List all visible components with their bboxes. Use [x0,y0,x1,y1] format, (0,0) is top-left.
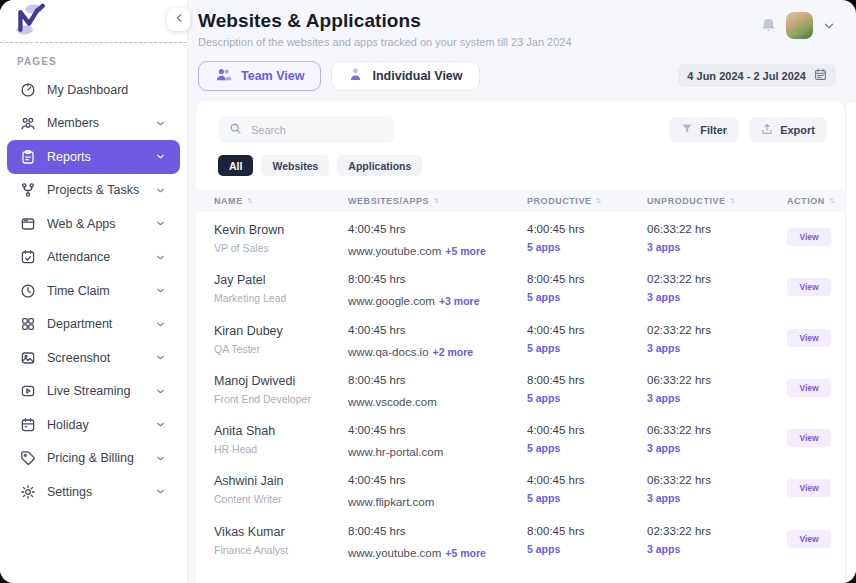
sidebar-item-holiday[interactable]: Holiday [7,408,180,442]
department-icon [20,316,36,332]
productive-hours: 4:00:45 hrs [527,474,647,486]
view-button[interactable]: View [787,530,831,548]
dashboard-icon [20,82,36,98]
pages-section-label: PAGES [0,43,187,71]
tab-all[interactable]: All [218,155,253,176]
filter-button[interactable]: Filter [669,117,739,142]
sort-icon: ↑↓ [247,196,253,205]
report-card: Filter Export All Websites Applications … [196,101,845,583]
productive-cell: 8:00:45 hrs 5 apps [527,525,647,564]
web-hours: 8:00:45 hrs [348,525,527,537]
sidebar-item-web-apps[interactable]: Web & Apps [7,207,180,241]
action-cell: View [787,424,831,463]
vertical-scrollbar[interactable] [845,103,856,583]
employee-role: VP of Sales [214,242,348,254]
employee-name: Anita Shah [214,424,348,438]
column-header-unproductive[interactable]: UNPRODUCTIVE ↑↓ [647,196,787,206]
main-content: Websites & Applications Description of t… [188,0,856,583]
sort-icon: ↑↓ [433,196,439,205]
productive-apps-link[interactable]: 5 apps [527,241,647,253]
employee-name: Kiran Dubey [214,324,348,338]
view-button[interactable]: View [787,228,831,246]
sidebar-item-members[interactable]: Members [7,107,180,141]
unproductive-apps-link[interactable]: 3 apps [647,241,787,253]
column-header-productive[interactable]: PRODUCTIVE ↑↓ [527,196,647,206]
export-button[interactable]: Export [749,117,827,142]
sidebar-nav: My Dashboard Members Reports Projects & … [0,71,187,583]
web-apps-icon [20,216,36,232]
sort-icon: ↑↓ [829,196,835,205]
employee-role: Content Writer [214,493,348,505]
productive-apps-link[interactable]: 5 apps [527,342,647,354]
productive-apps-link[interactable]: 5 apps [527,392,647,404]
more-websites-link[interactable]: +5 more [445,245,486,257]
settings-icon [20,484,36,500]
page-description: Description of the websites and apps tra… [198,36,572,48]
search-input[interactable] [251,124,383,136]
more-websites-link[interactable]: +5 more [445,547,486,559]
view-button[interactable]: View [787,379,831,397]
sidebar-item-my-dashboard[interactable]: My Dashboard [7,73,180,107]
column-header-name[interactable]: NAME ↑↓ [214,196,348,206]
sidebar-item-attendance[interactable]: Attendance [7,241,180,275]
sidebar-item-live-streaming[interactable]: Live Streaming [7,375,180,409]
productive-apps-link[interactable]: 5 apps [527,442,647,454]
sidebar-item-department[interactable]: Department [7,308,180,342]
employee-name: Vikas Kumar [214,525,348,539]
user-avatar[interactable] [786,12,813,39]
chevron-down-icon[interactable] [822,19,836,33]
unproductive-apps-link[interactable]: 3 apps [647,543,787,555]
unproductive-apps-link[interactable]: 3 apps [647,291,787,303]
unproductive-apps-link[interactable]: 3 apps [647,342,787,354]
more-websites-link[interactable]: +3 more [439,295,480,307]
unproductive-apps-link[interactable]: 3 apps [647,442,787,454]
team-view-button[interactable]: Team View [198,61,321,91]
websites-apps-cell: 4:00:45 hrs www.qa-docs.io+2 more [348,324,527,363]
notification-bell-icon[interactable] [760,17,777,34]
chevron-down-icon [154,217,167,230]
sidebar-item-time-claim[interactable]: Time Claim [7,274,180,308]
sidebar-item-pricing-billing[interactable]: Pricing & Billing [7,442,180,476]
employee-name: Manoj Dwivedi [214,374,348,388]
productive-cell: 8:00:45 hrs 5 apps [527,374,647,413]
unproductive-apps-link[interactable]: 3 apps [647,392,787,404]
attendance-icon [20,249,36,265]
table-body: Kevin Brown VP of Sales 4:00:45 hrs www.… [196,212,845,583]
table-row: Anita Shah HR Head 4:00:45 hrs www.hr-po… [196,413,845,463]
view-button[interactable]: View [787,429,831,447]
tab-websites[interactable]: Websites [261,155,329,176]
sidebar-item-screenshot[interactable]: Screenshot [7,341,180,375]
table-row: Kevin Brown VP of Sales 4:00:45 hrs www.… [196,212,845,262]
unproductive-hours: 02:33:22 hrs [647,324,787,336]
date-range-picker[interactable]: 4 Jun 2024 - 2 Jul 2024 [678,64,836,87]
unproductive-apps-link[interactable]: 3 apps [647,492,787,504]
sidebar-item-projects-tasks[interactable]: Projects & Tasks [7,174,180,208]
action-cell: View [787,223,831,262]
action-cell: View [787,525,831,564]
sidebar-item-reports[interactable]: Reports [7,140,180,174]
productive-cell: 4:00:45 hrs 5 apps [527,223,647,262]
website-url: www.qa-docs.io [348,346,429,358]
website-url: www.flipkart.com [348,496,434,508]
productive-apps-link[interactable]: 5 apps [527,543,647,555]
individual-view-button[interactable]: Individual View [331,61,479,91]
employee-name: Kevin Brown [214,223,348,237]
column-header-websites-apps[interactable]: WEBSITES/APPS ↑↓ [348,196,527,206]
more-websites-link[interactable]: +2 more [433,346,474,358]
web-hours: 8:00:45 hrs [348,374,527,386]
column-header-action[interactable]: ACTION ↑↓ [787,196,835,206]
filter-label: Filter [700,124,727,136]
websites-apps-cell: 4:00:45 hrs www.flipkart.com [348,474,527,513]
web-hours: 4:00:45 hrs [348,324,527,336]
view-button[interactable]: View [787,278,831,296]
website-url: www.youtube.com [348,547,441,559]
productive-apps-link[interactable]: 5 apps [527,291,647,303]
productive-apps-link[interactable]: 5 apps [527,492,647,504]
tab-applications[interactable]: Applications [337,155,422,176]
view-button[interactable]: View [787,329,831,347]
date-range-value: 4 Jun 2024 - 2 Jul 2024 [687,70,806,82]
sidebar-item-settings[interactable]: Settings [7,475,180,509]
chevron-down-icon [154,452,167,465]
collapse-sidebar-button[interactable] [167,8,190,31]
view-button[interactable]: View [787,479,831,497]
